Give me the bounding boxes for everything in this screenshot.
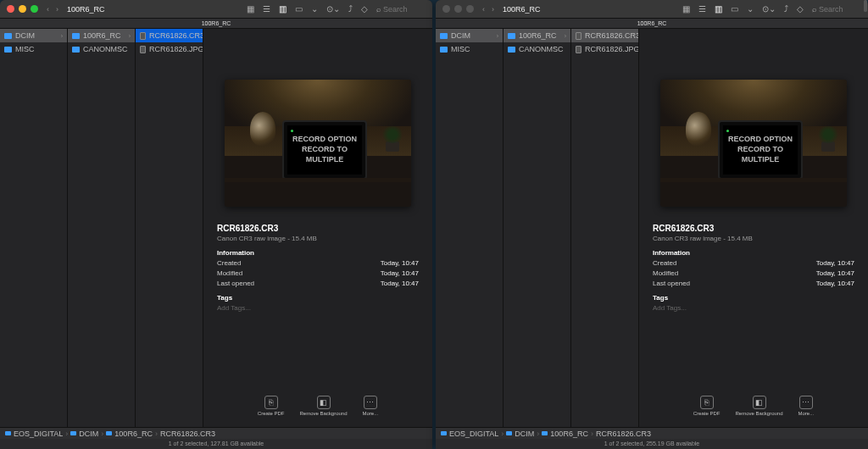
folder-100r6[interactable]: 100R6_RC›	[504, 29, 570, 42]
minimize-button[interactable]	[454, 5, 462, 13]
view-column-icon[interactable]: ▥	[715, 4, 722, 14]
column-2: 100R6_RC› CANONMSC	[504, 29, 571, 427]
finder-window-left: ‹ › 100R6_RC ▦ ☰ ▥ ▭ ⌄ ⊙⌄ ⤴ ◇ ⌕ 100R6_RC…	[0, 0, 432, 449]
titlebar: ‹ › 100R6_RC ▦ ☰ ▥ ▭ ⌄ ⊙⌄ ⤴ ◇ ⌕	[0, 0, 432, 19]
preview-thumbnail[interactable]: RECORD OPTIONRECORD TOMULTIPLE	[660, 80, 847, 207]
tags-input[interactable]: Add Tags...	[653, 304, 854, 312]
file-jpg[interactable]: RCR61826.JPG	[136, 42, 203, 56]
info-heading: Information	[653, 249, 854, 257]
file-name: RCR61826.CR3	[653, 224, 854, 233]
folder-icon	[4, 47, 12, 53]
action-menu[interactable]: ⊙⌄	[762, 4, 776, 14]
file-cr3[interactable]: RCR61826.CR3	[136, 29, 203, 42]
share-button[interactable]: ⤴	[784, 4, 788, 14]
column-3: RCR61826.CR3 RCR61826.JPG	[571, 29, 639, 427]
file-icon	[140, 32, 146, 40]
tablet-object: RECORD OPTIONRECORD TOMULTIPLE	[718, 120, 803, 180]
toolbar: ▦ ☰ ▥ ▭ ⌄ ⊙⌄ ⤴ ◇ ⌕	[682, 4, 861, 14]
search-input[interactable]	[819, 5, 861, 14]
action-menu[interactable]: ⊙⌄	[326, 4, 340, 14]
share-button[interactable]: ⤴	[348, 4, 353, 14]
lamp-object	[250, 112, 275, 146]
folder-canonmsc[interactable]: CANONMSC	[504, 42, 570, 56]
back-button[interactable]: ‹	[482, 5, 485, 14]
view-column-icon[interactable]: ▥	[279, 4, 287, 14]
preview-pane: RECORD OPTIONRECORD TOMULTIPLE RCR61826.…	[203, 29, 432, 427]
file-cr3[interactable]: RCR61826.CR3	[571, 29, 638, 42]
toolbar: ▦ ☰ ▥ ▭ ⌄ ⊙⌄ ⤴ ◇ ⌕	[247, 4, 426, 14]
folder-icon	[440, 47, 448, 53]
minimize-button[interactable]	[19, 5, 26, 13]
forward-button[interactable]: ›	[56, 5, 58, 14]
zoom-button[interactable]	[466, 5, 474, 13]
pdf-icon: ⎘	[700, 396, 714, 409]
tags-button[interactable]: ◇	[361, 4, 368, 14]
chevron-right-icon: ›	[497, 33, 498, 39]
path-segment[interactable]: DCIM	[515, 430, 534, 438]
plant-object	[381, 126, 404, 152]
file-kind-size: Canon CR3 raw image - 15.4 MB	[217, 235, 419, 242]
column-view: DCIM› MISC 100R6_RC› CANONMSC RCR61826.C…	[436, 29, 868, 427]
view-icon-icon[interactable]: ▦	[247, 4, 254, 14]
folder-icon	[508, 47, 515, 53]
folder-dcim[interactable]: DCIM›	[0, 29, 67, 42]
search-field[interactable]: ⌕	[376, 5, 426, 14]
more-action[interactable]: ⋯More...	[363, 396, 379, 416]
folder-icon	[508, 33, 515, 39]
search-field[interactable]: ⌕	[812, 5, 861, 14]
window-controls	[7, 5, 38, 13]
status-bar: 1 of 2 selected, 127.81 GB available	[0, 439, 432, 449]
remove-bg-icon: ◧	[317, 396, 331, 409]
view-list-icon[interactable]: ☰	[698, 4, 706, 14]
view-gallery-icon[interactable]: ▭	[731, 4, 738, 14]
folder-100r6[interactable]: 100R6_RC›	[68, 29, 135, 42]
window-title: 100R6_RC	[503, 5, 541, 14]
create-pdf-action[interactable]: ⎘Create PDF	[693, 396, 721, 416]
folder-canonmsc[interactable]: CANONMSC	[68, 42, 135, 56]
create-pdf-action[interactable]: ⎘Create PDF	[258, 396, 285, 416]
zoom-button[interactable]	[31, 5, 38, 13]
tags-input[interactable]: Add Tags...	[217, 304, 419, 312]
view-gallery-icon[interactable]: ▭	[295, 4, 303, 14]
nav-buttons: ‹ ›	[47, 5, 58, 14]
path-segment[interactable]: DCIM	[79, 430, 98, 438]
path-segment[interactable]: 100R6_RC	[550, 430, 588, 438]
search-input[interactable]	[383, 5, 426, 14]
group-menu[interactable]: ⌄	[311, 4, 318, 14]
file-kind-size: Canon CR3 raw image - 15.4 MB	[653, 235, 854, 242]
file-jpg[interactable]: RCR61826.JPG	[571, 42, 638, 56]
more-icon: ⋯	[364, 396, 377, 409]
view-icon-icon[interactable]: ▦	[682, 4, 690, 14]
close-button[interactable]	[442, 5, 450, 13]
quick-actions: ⎘Create PDF ◧Remove Background ⋯More...	[649, 391, 858, 419]
folder-dcim[interactable]: DCIM›	[436, 29, 503, 42]
file-icon	[140, 46, 146, 53]
more-action[interactable]: ⋯More...	[798, 396, 815, 416]
column-view: DCIM› MISC 100R6_RC› CANONMSC RCR61826.C…	[0, 29, 432, 427]
volume-icon	[5, 431, 11, 435]
preview-thumbnail[interactable]: RECORD OPTIONRECORD TOMULTIPLE	[225, 80, 411, 207]
column-header: 100R6_RC	[0, 19, 432, 29]
path-segment[interactable]: 100R6_RC	[114, 430, 153, 438]
folder-icon	[4, 33, 12, 39]
path-segment[interactable]: EOS_DIGITAL	[14, 430, 63, 438]
remove-bg-action[interactable]: ◧Remove Background	[735, 396, 782, 416]
forward-button[interactable]: ›	[492, 5, 494, 14]
titlebar: ‹ › 100R6_RC ▦ ☰ ▥ ▭ ⌄ ⊙⌄ ⤴ ◇ ⌕	[436, 0, 868, 19]
volume-icon	[441, 431, 447, 435]
folder-misc[interactable]: MISC	[0, 42, 67, 56]
path-segment[interactable]: RCR61826.CR3	[596, 430, 651, 438]
nav-buttons: ‹ ›	[482, 5, 494, 14]
folder-icon	[440, 33, 448, 39]
tags-button[interactable]: ◇	[797, 4, 804, 14]
remove-bg-action[interactable]: ◧Remove Background	[299, 396, 347, 416]
tags-heading: Tags	[653, 294, 854, 302]
folder-misc[interactable]: MISC	[436, 42, 503, 56]
view-list-icon[interactable]: ☰	[263, 4, 270, 14]
path-segment[interactable]: EOS_DIGITAL	[449, 430, 498, 438]
back-button[interactable]: ‹	[47, 5, 49, 14]
path-bar: EOS_DIGITAL ›DCIM ›100R6_RC ›RCR61826.CR…	[0, 427, 432, 439]
close-button[interactable]	[7, 5, 14, 13]
group-menu[interactable]: ⌄	[747, 4, 754, 14]
path-segment[interactable]: RCR61826.CR3	[160, 430, 215, 438]
